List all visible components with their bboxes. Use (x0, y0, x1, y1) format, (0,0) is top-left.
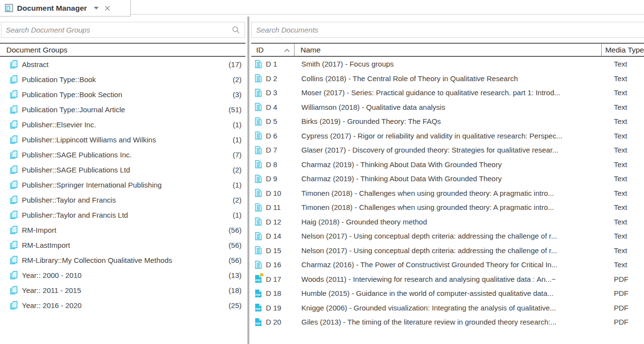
text-document-icon (255, 117, 262, 126)
text-document-icon (255, 217, 262, 226)
document-group-row[interactable]: Publication Type::Book (2) (0, 72, 245, 87)
document-row[interactable]: D 8 Charmaz (2019) - Thinking About Data… (251, 157, 644, 172)
document-row[interactable]: D 4 Williamson (2018) - Qualitative data… (251, 100, 644, 115)
column-name-label: Name (300, 46, 320, 54)
document-row[interactable]: D 15 Nelson (2017) - Using conceptual de… (251, 243, 644, 258)
memo-indicator (260, 273, 263, 276)
document-row[interactable]: D 9 Charmaz (2019) - Thinking About Data… (251, 172, 644, 186)
document-group-row[interactable]: Publisher::SAGE Publications Inc. (7) (0, 147, 245, 162)
text-document-icon (255, 60, 262, 69)
document-row[interactable]: D 12 Haig (2018) - Grounded theory metho… (251, 215, 644, 229)
document-manager-window: Document Manager (0, 0, 644, 344)
group-label: Publisher::Springer International Publis… (22, 181, 162, 189)
group-label: Year:: 2016 - 2020 (22, 301, 82, 310)
document-group-row[interactable]: RM-Import (56) (0, 223, 245, 238)
document-name: Smith (2017) - Focus groups (296, 60, 610, 68)
document-group-row[interactable]: Publisher::Elsevier Inc. (1) (0, 117, 245, 132)
document-group-row[interactable]: RM-Library::My Collection Qualitative Me… (0, 253, 245, 268)
document-groups-header-label: Document Groups (6, 46, 68, 54)
document-groups-list: Abstract (17) Publication Type::Book (2)… (0, 57, 245, 313)
search-icon[interactable] (232, 26, 240, 34)
document-row[interactable]: PDF D 17 Woods (2011) - Interviewing for… (251, 272, 644, 287)
document-group-row[interactable]: Publication Type::Book Section (3) (0, 87, 245, 102)
document-id: D 1 (266, 60, 277, 68)
column-header-name[interactable]: Name (295, 44, 602, 56)
search-document-groups-input[interactable] (6, 26, 228, 34)
document-group-icon (9, 90, 18, 99)
group-count: (13) (228, 271, 242, 279)
group-label: Publication Type::Book (22, 75, 96, 84)
document-media-type: Text (610, 74, 644, 83)
column-media-type-label: Media Type (605, 46, 644, 54)
document-group-icon (9, 241, 18, 250)
text-document-icon (255, 88, 262, 97)
document-media-type: Text (610, 174, 644, 183)
document-row[interactable]: D 1 Smith (2017) - Focus groups Text (251, 57, 644, 71)
document-group-row[interactable]: Publisher::Springer International Publis… (0, 177, 245, 192)
document-group-icon (9, 271, 18, 280)
document-group-icon (9, 120, 18, 129)
chevron-down-icon[interactable] (94, 7, 99, 10)
document-row[interactable]: D 16 Charmaz (2016) - The Power of Const… (251, 258, 644, 272)
document-media-type: PDF (610, 304, 644, 312)
group-label: RM-Import (22, 226, 56, 234)
document-group-row[interactable]: Year:: 2016 - 2020 (25) (0, 298, 245, 313)
document-name: Charmaz (2016) - The Power of Constructi… (296, 260, 610, 269)
text-document-icon (255, 260, 262, 269)
document-row[interactable]: D 3 Moser (2017) - Series: Practical gui… (251, 86, 644, 100)
document-row[interactable]: D 14 Nelson (2017) - Using conceptual de… (251, 229, 644, 243)
text-document-icon (255, 74, 262, 83)
document-name: Charmaz (2019) - Thinking About Data Wit… (296, 160, 610, 169)
document-media-type: Text (610, 260, 644, 269)
document-row[interactable]: D 7 Glaser (2017) - Discovery of grounde… (251, 143, 644, 157)
document-row[interactable]: PDF D 18 Humble (2015) - Guidance in the… (251, 286, 644, 301)
document-row[interactable]: PDF D 20 Giles (2013) - The timing of th… (251, 315, 644, 329)
tab-document-manager[interactable]: Document Manager (0, 0, 131, 17)
document-group-icon (9, 105, 18, 114)
document-group-row[interactable]: Abstract (17) (0, 57, 245, 72)
document-row[interactable]: D 5 Birks (2019) - Grounded Theory: The … (251, 114, 644, 129)
document-group-icon (9, 75, 18, 84)
document-groups-panel: Document Groups Abstract (17) Publicatio… (0, 17, 245, 344)
close-icon[interactable] (104, 5, 110, 11)
document-groups-header: Document Groups (0, 43, 245, 57)
group-count: (25) (228, 301, 242, 310)
document-name: Nelson (2017) - Using conceptual depth c… (296, 246, 610, 255)
document-row[interactable]: D 6 Cypress (2017) - Rigor or reliabilit… (251, 129, 644, 143)
text-document-icon (255, 146, 262, 155)
document-media-type: Text (610, 88, 644, 97)
panel-splitter[interactable] (245, 17, 251, 344)
document-media-type: Text (610, 103, 644, 111)
search-document-groups-box[interactable] (1, 22, 245, 38)
document-name: Timonen (2018) - Challenges when using g… (296, 203, 610, 211)
document-row[interactable]: D 11 Timonen (2018) - Challenges when us… (251, 200, 644, 215)
document-id: D 4 (266, 103, 277, 111)
document-group-row[interactable]: RM-LastImport (56) (0, 238, 245, 253)
group-count: (7) (233, 151, 242, 159)
column-header-id[interactable]: ID (251, 44, 295, 56)
pdf-document-icon: PDF (255, 289, 262, 298)
tab-bar: Document Manager (0, 0, 644, 17)
search-documents-box[interactable] (251, 22, 644, 38)
search-documents-input[interactable] (256, 26, 644, 34)
text-document-icon (255, 174, 262, 183)
document-group-row[interactable]: Publisher::Lippincott Williams and Wilki… (0, 132, 245, 147)
document-media-type: Text (610, 146, 644, 154)
group-count: (1) (233, 211, 242, 219)
column-id-label: ID (256, 46, 264, 54)
column-header-media-type[interactable]: Media Type (602, 44, 644, 56)
document-group-row[interactable]: Publisher::SAGE Publications Ltd (2) (0, 162, 245, 177)
document-id: D 9 (266, 174, 277, 183)
document-group-icon (9, 256, 18, 265)
document-row[interactable]: PDF D 19 Knigge (2006) - Grounded visual… (251, 301, 644, 315)
document-group-row[interactable]: Year:: 2011 - 2015 (18) (0, 283, 245, 298)
document-row[interactable]: D 10 Timonen (2018) - Challenges when us… (251, 186, 644, 201)
group-label: Publisher::Lippincott Williams and Wilki… (22, 136, 156, 144)
document-group-row[interactable]: Publisher::Taylor and Francis (2) (0, 192, 245, 207)
document-row[interactable]: D 2 Collins (2018) - The Central Role of… (251, 71, 644, 86)
document-group-row[interactable]: Publication Type::Journal Article (51) (0, 102, 245, 117)
document-media-type: Text (610, 117, 644, 125)
document-group-row[interactable]: Year:: 2000 - 2010 (13) (0, 268, 245, 283)
group-label: Year:: 2011 - 2015 (22, 286, 81, 294)
document-group-row[interactable]: Publisher::Taylor and Francis Ltd (1) (0, 207, 245, 223)
